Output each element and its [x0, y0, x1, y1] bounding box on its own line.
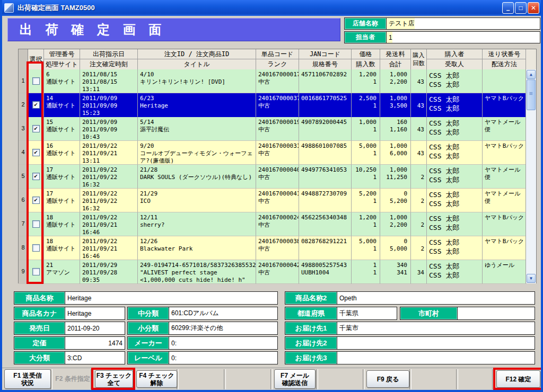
product-kana-field[interactable]: Heritage	[65, 307, 125, 319]
col-header-select: 選択	[28, 49, 44, 69]
row-checkbox[interactable]: ✔	[32, 173, 40, 180]
col-header-ship: 発送料合計	[380, 49, 411, 69]
buyer-cell: CSS 太郎CSS 太郎	[427, 236, 483, 260]
order-row-3[interactable]: 3 ✔ 15通販サイト 2011/09/092011/09/09 10:43 5…	[19, 117, 536, 141]
order-title-cell: 9/20コールオブデューティモダン・ウォーフェア?(廉価版)	[138, 141, 256, 165]
order-row-5[interactable]: 5 ✔ 17通販サイト 2011/09/222011/09/22 16:32 2…	[19, 165, 536, 189]
f12-confirm-button[interactable]: F12 確定	[496, 370, 540, 388]
order-title-cell: 5/14源平討魔伝	[138, 117, 256, 141]
row-checkbox[interactable]	[32, 268, 40, 275]
f2-condition-button: F2 条件指定	[53, 369, 92, 389]
purchase-count-cell: 2	[411, 236, 427, 260]
row-number: 4	[19, 141, 28, 165]
app-window: 出荷確定画面 TAMZ0500 – □ ✕ 出 荷 確 定 画 面 店舗名称 テ…	[0, 0, 543, 392]
delivery-cell: ヤマトBパック	[483, 141, 527, 165]
address2-field[interactable]	[337, 337, 535, 349]
major-category-label: 大分類	[14, 352, 65, 364]
staff-field[interactable]: 1	[387, 32, 392, 43]
titlebar: 出荷確定画面 TAMZ0500 – □ ✕	[0, 0, 543, 16]
list-price-label: 定価	[14, 337, 65, 349]
minimize-button[interactable]: –	[502, 2, 514, 14]
row-select-cell[interactable]: ✔	[28, 141, 44, 165]
table-header-row: 選択 管理番号処理サイト 出荷指示日注文確定時刻 注文ID / 注文商品IDタイ…	[19, 49, 536, 69]
address3-label: お届け先3	[285, 352, 337, 364]
row-checkbox[interactable]: ✔	[32, 125, 40, 132]
store-name-group: 店舗名称 テスト店	[344, 17, 540, 30]
row-checkbox[interactable]: ✔	[32, 101, 40, 109]
row-select-cell[interactable]	[28, 69, 44, 93]
row-checkbox[interactable]	[32, 220, 40, 228]
row-checkbox[interactable]: ✔	[32, 197, 40, 204]
sub-category-field[interactable]: 60299:洋楽その他	[169, 322, 277, 334]
order-title-cell: 249-0194714-6571018/58373263855326"ALIVE…	[138, 260, 256, 284]
f3-check-all-button[interactable]: F3 チェック全て	[95, 370, 133, 388]
city-field[interactable]	[458, 307, 535, 319]
scrollbar-thumb[interactable]	[527, 79, 536, 110]
row-select-cell[interactable]	[28, 236, 44, 260]
sub-category-group: 小分類 60299:洋楽その他	[127, 322, 278, 335]
delivery-cell: ヤマトBパック	[483, 212, 527, 236]
row-select-cell[interactable]	[28, 212, 44, 236]
maximize-button[interactable]: □	[515, 2, 527, 14]
price-cell: 11	[352, 260, 380, 284]
prefecture-field[interactable]: 千葉県	[337, 307, 397, 319]
order-row-6[interactable]: 6 ✔ 17通販サイト 2011/09/222011/09/22 16:32 2…	[19, 189, 536, 212]
f1-send-receive-status-button[interactable]: F1 送受信 状況	[4, 369, 51, 389]
label-field[interactable]: 0:	[169, 352, 277, 364]
store-name-field[interactable]: テスト店	[387, 18, 415, 29]
row-number: 6	[19, 189, 28, 212]
mid-category-field[interactable]: 601:CDアルバム	[169, 307, 277, 319]
product-name2-field[interactable]: Opeth	[337, 292, 535, 304]
sub-category-label: 小分類	[128, 322, 169, 334]
address3-field[interactable]	[337, 352, 535, 364]
f9-back-button[interactable]: F9 戻る	[366, 370, 409, 388]
order-row-2[interactable]: 2 ✔ 14通販サイト 2011/09/092011/09/09 15:23 6…	[19, 93, 536, 117]
list-price-field[interactable]: 1474	[65, 337, 125, 349]
city-group: 市町村	[400, 307, 535, 320]
order-row-4[interactable]: 4 ✔ 16通販サイト 2011/09/222011/09/21 13:11 9…	[19, 141, 536, 165]
col-header-date: 出荷指示日注文確定時刻	[80, 49, 138, 69]
row-select-cell[interactable]: ✔	[28, 117, 44, 141]
date-cell: 2011/09/222011/09/21 16:46	[80, 236, 138, 260]
buyer-cell: CSS 太郎CSS 太郎	[427, 260, 483, 284]
product-name-group: 商品名称 Heritage	[14, 291, 278, 305]
order-row-1[interactable]: 1 6通販サイト 2011/08/152011/08/15 13:11 4/10…	[19, 69, 536, 93]
vertical-scrollbar[interactable]: ▲ ▼	[526, 69, 536, 283]
row-select-cell[interactable]: ✔	[28, 93, 44, 117]
scroll-up-icon[interactable]: ▲	[527, 70, 536, 79]
address1-field[interactable]: 千葉市	[337, 322, 535, 334]
close-button[interactable]: ✕	[528, 2, 539, 14]
mgmt-cell: 17通販サイト	[44, 189, 80, 212]
item-code-cell: 240167000019中古	[256, 117, 299, 141]
jan-code-cell: 0828768291221	[299, 236, 352, 260]
order-row-7[interactable]: 7 18通販サイト 2011/09/222011/09/21 16:46 12/…	[19, 212, 536, 236]
page-title: 出 荷 確 定 画 面	[7, 18, 340, 41]
product-name-field[interactable]: Heritage	[65, 292, 277, 304]
row-checkbox[interactable]	[32, 244, 40, 252]
order-row-9[interactable]: 9 21アマゾン 2011/09/292011/09/28 09:35 249-…	[19, 260, 536, 284]
row-select-cell[interactable]	[28, 260, 44, 284]
product-name2-group: 商品名称2 Opeth	[285, 291, 535, 305]
release-date-field[interactable]: 2011-09-20	[65, 322, 125, 334]
purchase-count-cell: 43	[411, 69, 427, 93]
orders-table: 選択 管理番号処理サイト 出荷指示日注文確定時刻 注文ID / 注文商品IDタイ…	[18, 49, 537, 283]
f7-mail-confirm-send-button[interactable]: F7 メール 確認送信	[274, 369, 316, 389]
release-date-label: 発売日	[14, 322, 65, 334]
jan-code-cell: 4562256340348	[299, 212, 352, 236]
row-select-cell[interactable]: ✔	[28, 189, 44, 212]
row-select-cell[interactable]: ✔	[28, 165, 44, 189]
mgmt-cell: 15通販サイト	[44, 117, 80, 141]
order-row-8[interactable]: 8 18通販サイト 2011/09/222011/09/21 16:46 12/…	[19, 236, 536, 260]
date-cell: 2011/09/092011/09/09 10:43	[80, 117, 138, 141]
address2-label: お届け先2	[285, 337, 337, 349]
delivery-cell: ヤマトBパック	[483, 93, 527, 117]
date-cell: 2011/08/152011/08/15 13:11	[80, 69, 138, 93]
maker-field[interactable]: 0:	[169, 337, 277, 349]
jan-code-cell: 4571106702892	[299, 69, 352, 93]
f4-uncheck-button[interactable]: F4 チェック解除	[136, 370, 177, 388]
scroll-down-icon[interactable]: ▼	[527, 274, 536, 283]
row-checkbox[interactable]	[32, 77, 40, 85]
jan-code-cell: 4988005257543UUBH1004	[299, 260, 352, 284]
row-checkbox[interactable]: ✔	[32, 149, 40, 156]
major-category-field[interactable]: 3:CD	[65, 352, 125, 364]
